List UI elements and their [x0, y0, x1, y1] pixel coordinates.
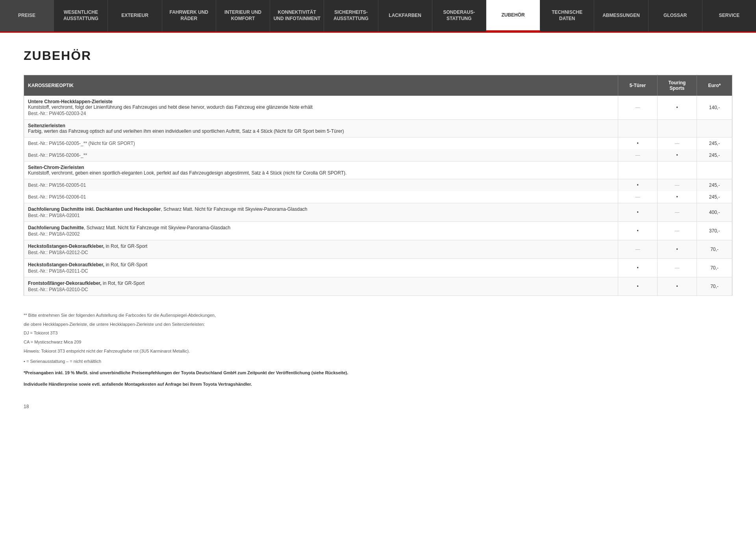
nav-item-wesentliche-ausstattung[interactable]: Wesentliche Ausstattung	[54, 0, 108, 32]
col-touring-value: •	[658, 96, 697, 120]
footnote-2: die obere Heckklappen-Zierleiste, die un…	[24, 321, 732, 328]
col-5turer-value: —	[618, 191, 658, 203]
footnote-3: DJ = Tokiorot 3T3	[24, 329, 732, 337]
empty-cell	[618, 162, 658, 179]
col-touring-value: •	[658, 277, 697, 296]
page-number: 18	[24, 404, 732, 409]
footnote-4: CA = Mysticschwarz Mica 209	[24, 338, 732, 346]
col-euro-value: 370,-	[697, 222, 732, 240]
table-row: Best.-Nr.: PW156-02005-_** (Nicht für GR…	[24, 137, 732, 150]
table-row: Untere Chrom-Heckklappen-ZierleisteKunst…	[24, 96, 732, 120]
item-description: Seiten-Chrom-ZierleistenKunststoff, verc…	[24, 162, 618, 179]
item-description: Best.-Nr.: PW156-02006-01	[24, 191, 618, 203]
col-5turer-value: •	[618, 222, 658, 240]
footnote-5: Hinweis: Tokiorot 3T3 entspricht nicht d…	[24, 347, 732, 355]
col-5turer-value: •	[618, 277, 658, 296]
col-euro-value: 245,-	[697, 191, 732, 203]
nav-item-sicherheitsausstattung[interactable]: Sicherheits­ausstattung	[324, 0, 378, 32]
col-5turer-value: —	[618, 149, 658, 162]
col-touring-value: •	[658, 240, 697, 259]
table-row: SeitenzierleistenFarbig, werten das Fahr…	[24, 120, 732, 137]
footer-notes: ** Bitte entnehmen Sie der folgenden Auf…	[24, 312, 732, 388]
col-5turer-value: •	[618, 179, 658, 191]
empty-cell	[658, 120, 697, 137]
col-touring-value: —	[658, 203, 697, 222]
col-5turer-value: —	[618, 96, 658, 120]
footnote-1: ** Bitte entnehmen Sie der folgenden Auf…	[24, 312, 732, 319]
item-description: Heckstoßstangen-Dekoraufkleber, in Rot, …	[24, 240, 618, 259]
col-touring-sports: Touring Sports	[658, 75, 697, 96]
col-euro-value: 70,-	[697, 259, 732, 277]
item-description: Untere Chrom-Heckklappen-ZierleisteKunst…	[24, 96, 618, 120]
item-description: Best.-Nr.: PW156-02005-_** (Nicht für GR…	[24, 137, 618, 150]
navigation-bar: PreiseWesentliche AusstattungExterieurFa…	[0, 0, 756, 33]
col-5turer-value: •	[618, 259, 658, 277]
nav-item-fahrwerk-und-rder[interactable]: Fahrwerk und Räder	[162, 0, 216, 32]
nav-item-service[interactable]: Service	[702, 0, 756, 32]
nav-item-exterieur[interactable]: Exterieur	[108, 0, 162, 32]
nav-item-interieur-und-komfort[interactable]: Interieur und Komfort	[216, 0, 270, 32]
nav-item-glossar[interactable]: Glossar	[649, 0, 702, 32]
footnote-8: Individuelle Händlerpreise sowie evtl. a…	[24, 381, 732, 388]
col-euro-value: 245,-	[697, 137, 732, 150]
table-row: Frontstoßfänger-Dekoraufkleber, in Rot, …	[24, 277, 732, 296]
table-row: Best.-Nr.: PW156-02006-_**—•245,-	[24, 149, 732, 162]
empty-cell	[658, 162, 697, 179]
col-touring-value: —	[658, 137, 697, 150]
col-euro-value: 70,-	[697, 240, 732, 259]
item-description: Frontstoßfänger-Dekoraufkleber, in Rot, …	[24, 277, 618, 296]
empty-cell	[697, 120, 732, 137]
col-euro-value: 70,-	[697, 277, 732, 296]
footnote-6: • = Serienausstattung – = nicht erhältli…	[24, 358, 732, 365]
item-description: Best.-Nr.: PW156-02006-_**	[24, 149, 618, 162]
table-row: Heckstoßstangen-Dekoraufkleber, in Rot, …	[24, 259, 732, 277]
table-row: Dachfolierung Dachmitte inkl. Dachkanten…	[24, 203, 732, 222]
col-euro: Euro*	[697, 75, 732, 96]
col-touring-value: —	[658, 259, 697, 277]
footnote-7: *Preisangaben inkl. 19 % MwSt. sind unve…	[24, 369, 732, 377]
item-description: Heckstoßstangen-Dekoraufkleber, in Rot, …	[24, 259, 618, 277]
table-row: Heckstoßstangen-Dekoraufkleber, in Rot, …	[24, 240, 732, 259]
nav-item-sonderausstattung[interactable]: Sonderaus­stattung	[432, 0, 486, 32]
col-5-turer: 5-Türer	[618, 75, 658, 96]
col-5turer-value: •	[618, 137, 658, 150]
col-touring-value: —	[658, 222, 697, 240]
col-euro-value: 400,-	[697, 203, 732, 222]
col-euro-value: 245,-	[697, 179, 732, 191]
item-description: Best.-Nr.: PW156-02005-01	[24, 179, 618, 191]
empty-cell	[618, 120, 658, 137]
nav-item-lackfarben[interactable]: Lackfarben	[378, 0, 432, 32]
page-title: ZUBEHÖR	[24, 48, 732, 63]
item-description: Dachfolierung Dachmitte inkl. Dachkanten…	[24, 203, 618, 222]
col-euro-value: 245,-	[697, 149, 732, 162]
table-row: Seiten-Chrom-ZierleistenKunststoff, verc…	[24, 162, 732, 179]
table-row: Dachfolierung Dachmitte, Schwarz Matt. N…	[24, 222, 732, 240]
table-row: Best.-Nr.: PW156-02006-01—•245,-	[24, 191, 732, 203]
nav-item-konnektivitt-und-infotainment[interactable]: Konnektivität und Infotainment	[270, 0, 324, 32]
nav-item-zubehr[interactable]: Zubehör	[486, 0, 540, 32]
col-5turer-value: —	[618, 240, 658, 259]
col-description: KAROSSERIEOPTIK	[24, 75, 618, 96]
col-euro-value: 140,-	[697, 96, 732, 120]
nav-item-preise[interactable]: Preise	[0, 0, 54, 32]
col-touring-value: —	[658, 179, 697, 191]
col-5turer-value: •	[618, 203, 658, 222]
nav-item-abmessungen[interactable]: Abmessungen	[594, 0, 648, 32]
col-touring-value: •	[658, 149, 697, 162]
empty-cell	[697, 162, 732, 179]
table-row: Best.-Nr.: PW156-02005-01•—245,-	[24, 179, 732, 191]
nav-item-technische-daten[interactable]: Technische Daten	[540, 0, 594, 32]
item-description: SeitenzierleistenFarbig, werten das Fahr…	[24, 120, 618, 137]
accessories-table: KAROSSERIEOPTIK 5-Türer Touring Sports E…	[24, 75, 732, 296]
col-touring-value: •	[658, 191, 697, 203]
item-description: Dachfolierung Dachmitte, Schwarz Matt. N…	[24, 222, 618, 240]
